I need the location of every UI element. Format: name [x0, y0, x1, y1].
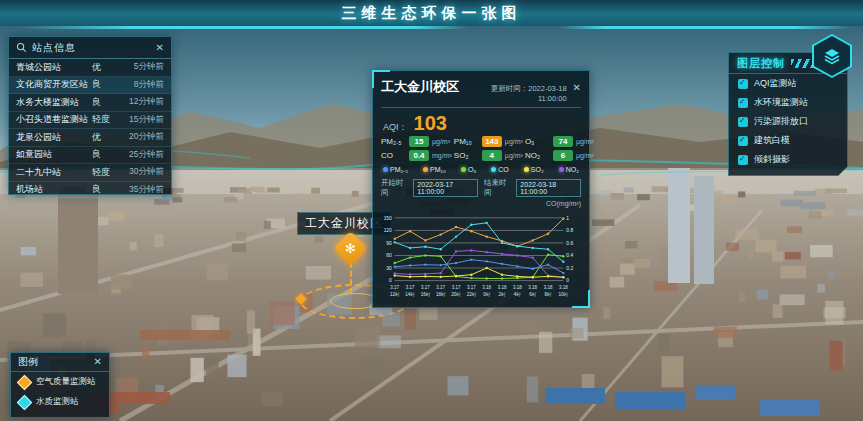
station-row[interactable]: 龙泉公园站 优 20分钟前 [9, 129, 171, 147]
popup-header: 工大金川校区 更新时间：2022-03-18 11:00:00 ✕ [381, 78, 581, 108]
pollutant-item: O₃ 74 µg/m³ [525, 136, 594, 147]
station-row[interactable]: 二十九中站 轻度 30分钟前 [9, 164, 171, 182]
station-update-time: 25分钟前 [116, 149, 164, 161]
end-time-label: 结束时间 [484, 178, 510, 198]
svg-text:1: 1 [566, 216, 569, 221]
station-level: 良 [92, 78, 116, 91]
svg-text:0: 0 [389, 278, 392, 283]
checkbox-checked-icon[interactable] [738, 136, 748, 146]
layers-button-face [814, 36, 850, 76]
pollutant-unit: µg/m³ [432, 138, 450, 145]
pollutant-value-badge: 143 [482, 136, 502, 147]
svg-text:10时: 10时 [559, 292, 569, 297]
layer-row[interactable]: 倾斜摄影 [729, 150, 847, 169]
svg-text:3.18: 3.18 [544, 285, 553, 290]
checkbox-checked-icon[interactable] [738, 155, 748, 165]
station-row[interactable]: 水务大楼监测站 良 12分钟前 [9, 94, 171, 112]
layer-row[interactable]: 水环境监测站 [729, 93, 847, 112]
station-list-header: 站点信息 ✕ [9, 37, 171, 59]
pollutant-item: SO₂ 4 µg/m³ [454, 150, 523, 161]
layer-panel-title: 图层控制 [737, 56, 785, 71]
svg-text:3.18: 3.18 [528, 285, 537, 290]
legend-item[interactable]: NO₂ [559, 166, 579, 173]
station-level: 轻度 [92, 166, 116, 179]
layer-row[interactable]: AQI监测站 [729, 74, 847, 93]
svg-text:3.17: 3.17 [421, 285, 430, 290]
pollutant-item: CO 0.4 mg/m³ [381, 150, 452, 161]
pollutant-name: PM₁₀ [454, 137, 479, 146]
pollutant-unit: µg/m³ [505, 152, 523, 159]
close-icon[interactable]: ✕ [156, 43, 164, 53]
pollutant-name: O₃ [525, 137, 550, 146]
svg-text:0.4: 0.4 [566, 253, 573, 258]
start-time-label: 开始时间 [381, 178, 407, 198]
station-level: 良 [92, 96, 116, 109]
map-legend-item: 空气质量监测站 [11, 372, 109, 392]
station-row[interactable]: 如意园站 良 25分钟前 [9, 147, 171, 165]
title-bar: 三维生态环保一张图 [0, 0, 863, 26]
station-pin-icon: ✻ [345, 242, 356, 255]
station-detail-popup: 工大金川校区 更新时间：2022-03-18 11:00:00 ✕ AQI： 1… [372, 70, 590, 308]
checkbox-checked-icon[interactable] [738, 117, 748, 127]
header-decoration-left [18, 26, 468, 29]
pollutant-name: CO [381, 151, 406, 160]
popup-title: 工大金川校区 [381, 78, 459, 96]
aqi-label: AQI： [383, 121, 408, 134]
layer-row[interactable]: 污染源排放口 [729, 112, 847, 131]
map-legend-label: 空气质量监测站 [36, 376, 96, 388]
svg-text:90: 90 [386, 241, 392, 246]
legend-item[interactable]: O₃ [461, 166, 476, 173]
page-title: 三维生态环保一张图 [342, 4, 522, 23]
layer-label: 水环境监测站 [754, 96, 808, 109]
svg-text:2时: 2时 [499, 292, 507, 297]
station-update-time: 12分钟前 [116, 96, 164, 108]
svg-text:14时: 14时 [405, 292, 415, 297]
svg-text:0.6: 0.6 [566, 241, 573, 246]
end-time-input[interactable]: 2022-03-18 11:00:00 [516, 179, 581, 197]
layer-label: AQI监测站 [754, 77, 797, 90]
svg-text:3.17: 3.17 [436, 285, 445, 290]
svg-text:3.17: 3.17 [390, 285, 399, 290]
legend-item[interactable]: SO₂ [524, 166, 544, 173]
station-update-time: 20分钟前 [116, 131, 164, 143]
station-list-title: 站点信息 [32, 41, 151, 55]
legend-item[interactable]: PM₂.₅ [383, 166, 408, 173]
close-icon[interactable]: ✕ [94, 357, 102, 367]
station-update-time: 5分钟前 [116, 61, 164, 73]
station-update-time: 8分钟前 [116, 79, 164, 91]
pollutant-item: NO₂ 6 µg/m³ [525, 150, 594, 161]
svg-text:6时: 6时 [529, 292, 537, 297]
svg-text:150: 150 [384, 216, 392, 221]
checkbox-checked-icon[interactable] [738, 79, 748, 89]
legend-label: CO [498, 166, 509, 173]
start-time-input[interactable]: 2022-03-17 11:00:00 [413, 179, 478, 197]
svg-text:60: 60 [386, 253, 392, 258]
pollutant-trend-chart: 00300.2600.4900.61200.815013.1712时3.1714… [381, 210, 583, 310]
svg-text:3.18: 3.18 [559, 285, 568, 290]
layer-row[interactable]: 建筑白模 [729, 131, 847, 150]
svg-text:0.8: 0.8 [566, 228, 573, 233]
water-station-marker-icon [17, 394, 33, 410]
station-level: 轻度 [92, 113, 116, 126]
station-row[interactable]: 文化商贸开发区站 良 8分钟前 [9, 77, 171, 95]
svg-text:3.18: 3.18 [498, 285, 507, 290]
station-row[interactable]: 机场站 良 35分钟前 [9, 182, 171, 200]
station-level: 良 [92, 148, 116, 161]
legend-item[interactable]: PM₁₀ [423, 166, 446, 173]
legend-item[interactable]: CO [491, 166, 509, 173]
station-row[interactable]: 小召头道巷监测站 轻度 15分钟前 [9, 112, 171, 130]
svg-text:12时: 12时 [390, 292, 400, 297]
aqi-row: AQI： 103 [383, 112, 581, 134]
station-update-time: 15分钟前 [116, 114, 164, 126]
station-name: 龙泉公园站 [16, 131, 92, 144]
station-row[interactable]: 青城公园站 优 5分钟前 [9, 59, 171, 77]
layer-label: 污染源排放口 [754, 115, 808, 128]
aqi-value: 103 [414, 112, 447, 135]
station-level: 优 [92, 61, 116, 74]
checkbox-checked-icon[interactable] [738, 98, 748, 108]
pollutant-value-badge: 0.4 [409, 150, 429, 161]
svg-text:8时: 8时 [545, 292, 553, 297]
close-icon[interactable]: ✕ [573, 83, 581, 93]
pollutant-name: NO₂ [525, 151, 550, 160]
station-name: 水务大楼监测站 [16, 96, 92, 109]
